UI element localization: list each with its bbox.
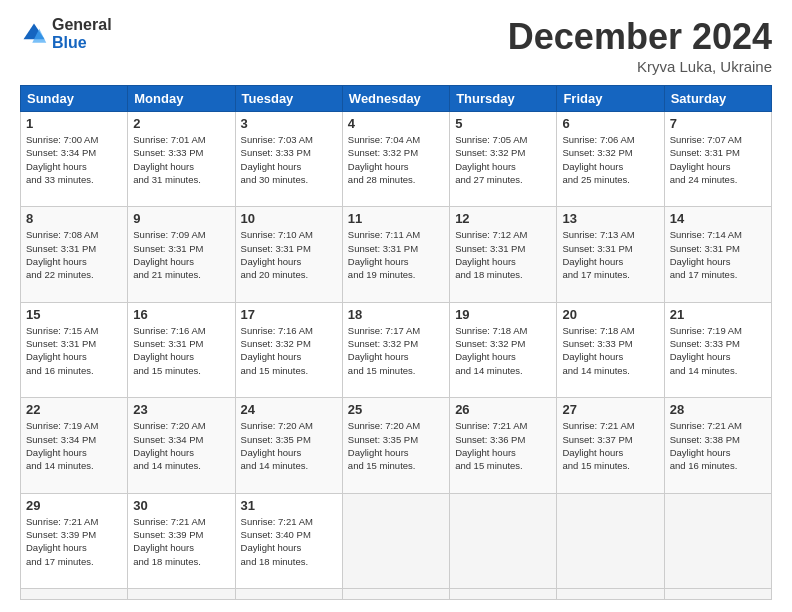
- day-info: Sunrise: 7:18 AMSunset: 3:33 PMDaylight …: [562, 325, 634, 376]
- calendar-row-1: 1 Sunrise: 7:00 AMSunset: 3:34 PMDayligh…: [21, 112, 772, 207]
- day-info: Sunrise: 7:03 AMSunset: 3:33 PMDaylight …: [241, 134, 313, 185]
- table-row: 30 Sunrise: 7:21 AMSunset: 3:39 PMDaylig…: [128, 493, 235, 588]
- day-info: Sunrise: 7:11 AMSunset: 3:31 PMDaylight …: [348, 229, 420, 280]
- table-row: [21, 589, 128, 600]
- table-row: 26 Sunrise: 7:21 AMSunset: 3:36 PMDaylig…: [450, 398, 557, 493]
- day-info: Sunrise: 7:00 AMSunset: 3:34 PMDaylight …: [26, 134, 98, 185]
- day-info: Sunrise: 7:15 AMSunset: 3:31 PMDaylight …: [26, 325, 98, 376]
- day-info: Sunrise: 7:16 AMSunset: 3:31 PMDaylight …: [133, 325, 205, 376]
- th-monday: Monday: [128, 86, 235, 112]
- day-number: 1: [26, 116, 122, 131]
- day-info: Sunrise: 7:19 AMSunset: 3:34 PMDaylight …: [26, 420, 98, 471]
- table-row: 23 Sunrise: 7:20 AMSunset: 3:34 PMDaylig…: [128, 398, 235, 493]
- table-row: 17 Sunrise: 7:16 AMSunset: 3:32 PMDaylig…: [235, 302, 342, 397]
- title-block: December 2024 Kryva Luka, Ukraine: [508, 16, 772, 75]
- table-row: 13 Sunrise: 7:13 AMSunset: 3:31 PMDaylig…: [557, 207, 664, 302]
- day-info: Sunrise: 7:17 AMSunset: 3:32 PMDaylight …: [348, 325, 420, 376]
- calendar-row-2: 8 Sunrise: 7:08 AMSunset: 3:31 PMDayligh…: [21, 207, 772, 302]
- day-info: Sunrise: 7:04 AMSunset: 3:32 PMDaylight …: [348, 134, 420, 185]
- day-number: 6: [562, 116, 658, 131]
- table-row: 22 Sunrise: 7:19 AMSunset: 3:34 PMDaylig…: [21, 398, 128, 493]
- day-number: 9: [133, 211, 229, 226]
- day-number: 19: [455, 307, 551, 322]
- day-info: Sunrise: 7:18 AMSunset: 3:32 PMDaylight …: [455, 325, 527, 376]
- day-number: 26: [455, 402, 551, 417]
- day-number: 2: [133, 116, 229, 131]
- day-number: 22: [26, 402, 122, 417]
- day-number: 12: [455, 211, 551, 226]
- table-row: [557, 493, 664, 588]
- day-info: Sunrise: 7:08 AMSunset: 3:31 PMDaylight …: [26, 229, 98, 280]
- table-row: [557, 589, 664, 600]
- logo-blue: Blue: [52, 34, 112, 52]
- table-row: 11 Sunrise: 7:11 AMSunset: 3:31 PMDaylig…: [342, 207, 449, 302]
- day-info: Sunrise: 7:20 AMSunset: 3:34 PMDaylight …: [133, 420, 205, 471]
- day-number: 5: [455, 116, 551, 131]
- day-info: Sunrise: 7:09 AMSunset: 3:31 PMDaylight …: [133, 229, 205, 280]
- day-number: 25: [348, 402, 444, 417]
- table-row: 24 Sunrise: 7:20 AMSunset: 3:35 PMDaylig…: [235, 398, 342, 493]
- table-row: 27 Sunrise: 7:21 AMSunset: 3:37 PMDaylig…: [557, 398, 664, 493]
- calendar-body: 1 Sunrise: 7:00 AMSunset: 3:34 PMDayligh…: [21, 112, 772, 600]
- header: General Blue December 2024 Kryva Luka, U…: [20, 16, 772, 75]
- day-info: Sunrise: 7:21 AMSunset: 3:40 PMDaylight …: [241, 516, 313, 567]
- calendar-row-3: 15 Sunrise: 7:15 AMSunset: 3:31 PMDaylig…: [21, 302, 772, 397]
- day-number: 24: [241, 402, 337, 417]
- day-info: Sunrise: 7:21 AMSunset: 3:36 PMDaylight …: [455, 420, 527, 471]
- table-row: 28 Sunrise: 7:21 AMSunset: 3:38 PMDaylig…: [664, 398, 771, 493]
- table-row: 15 Sunrise: 7:15 AMSunset: 3:31 PMDaylig…: [21, 302, 128, 397]
- logo-general: General: [52, 16, 112, 34]
- day-info: Sunrise: 7:12 AMSunset: 3:31 PMDaylight …: [455, 229, 527, 280]
- logo: General Blue: [20, 16, 112, 51]
- table-row: 25 Sunrise: 7:20 AMSunset: 3:35 PMDaylig…: [342, 398, 449, 493]
- table-row: 3 Sunrise: 7:03 AMSunset: 3:33 PMDayligh…: [235, 112, 342, 207]
- table-row: 7 Sunrise: 7:07 AMSunset: 3:31 PMDayligh…: [664, 112, 771, 207]
- day-number: 11: [348, 211, 444, 226]
- table-row: 9 Sunrise: 7:09 AMSunset: 3:31 PMDayligh…: [128, 207, 235, 302]
- th-tuesday: Tuesday: [235, 86, 342, 112]
- table-row: 4 Sunrise: 7:04 AMSunset: 3:32 PMDayligh…: [342, 112, 449, 207]
- day-number: 21: [670, 307, 766, 322]
- day-number: 13: [562, 211, 658, 226]
- day-info: Sunrise: 7:07 AMSunset: 3:31 PMDaylight …: [670, 134, 742, 185]
- day-info: Sunrise: 7:16 AMSunset: 3:32 PMDaylight …: [241, 325, 313, 376]
- day-number: 3: [241, 116, 337, 131]
- table-row: 12 Sunrise: 7:12 AMSunset: 3:31 PMDaylig…: [450, 207, 557, 302]
- logo-icon: [20, 20, 48, 48]
- table-row: 19 Sunrise: 7:18 AMSunset: 3:32 PMDaylig…: [450, 302, 557, 397]
- table-row: 2 Sunrise: 7:01 AMSunset: 3:33 PMDayligh…: [128, 112, 235, 207]
- table-row: 29 Sunrise: 7:21 AMSunset: 3:39 PMDaylig…: [21, 493, 128, 588]
- month-title: December 2024: [508, 16, 772, 58]
- day-info: Sunrise: 7:06 AMSunset: 3:32 PMDaylight …: [562, 134, 634, 185]
- day-number: 28: [670, 402, 766, 417]
- day-number: 15: [26, 307, 122, 322]
- table-row: [342, 493, 449, 588]
- day-info: Sunrise: 7:20 AMSunset: 3:35 PMDaylight …: [348, 420, 420, 471]
- table-row: 16 Sunrise: 7:16 AMSunset: 3:31 PMDaylig…: [128, 302, 235, 397]
- calendar-row-5: 29 Sunrise: 7:21 AMSunset: 3:39 PMDaylig…: [21, 493, 772, 588]
- day-number: 8: [26, 211, 122, 226]
- table-row: 6 Sunrise: 7:06 AMSunset: 3:32 PMDayligh…: [557, 112, 664, 207]
- table-row: 21 Sunrise: 7:19 AMSunset: 3:33 PMDaylig…: [664, 302, 771, 397]
- day-info: Sunrise: 7:19 AMSunset: 3:33 PMDaylight …: [670, 325, 742, 376]
- day-number: 10: [241, 211, 337, 226]
- th-thursday: Thursday: [450, 86, 557, 112]
- th-wednesday: Wednesday: [342, 86, 449, 112]
- th-friday: Friday: [557, 86, 664, 112]
- table-row: 14 Sunrise: 7:14 AMSunset: 3:31 PMDaylig…: [664, 207, 771, 302]
- calendar-row-4: 22 Sunrise: 7:19 AMSunset: 3:34 PMDaylig…: [21, 398, 772, 493]
- calendar: Sunday Monday Tuesday Wednesday Thursday…: [20, 85, 772, 600]
- table-row: 20 Sunrise: 7:18 AMSunset: 3:33 PMDaylig…: [557, 302, 664, 397]
- day-number: 4: [348, 116, 444, 131]
- day-number: 7: [670, 116, 766, 131]
- table-row: [128, 589, 235, 600]
- table-row: 8 Sunrise: 7:08 AMSunset: 3:31 PMDayligh…: [21, 207, 128, 302]
- day-number: 16: [133, 307, 229, 322]
- day-number: 18: [348, 307, 444, 322]
- day-info: Sunrise: 7:21 AMSunset: 3:37 PMDaylight …: [562, 420, 634, 471]
- weekday-header-row: Sunday Monday Tuesday Wednesday Thursday…: [21, 86, 772, 112]
- table-row: [664, 493, 771, 588]
- day-info: Sunrise: 7:21 AMSunset: 3:39 PMDaylight …: [26, 516, 98, 567]
- day-number: 20: [562, 307, 658, 322]
- day-info: Sunrise: 7:13 AMSunset: 3:31 PMDaylight …: [562, 229, 634, 280]
